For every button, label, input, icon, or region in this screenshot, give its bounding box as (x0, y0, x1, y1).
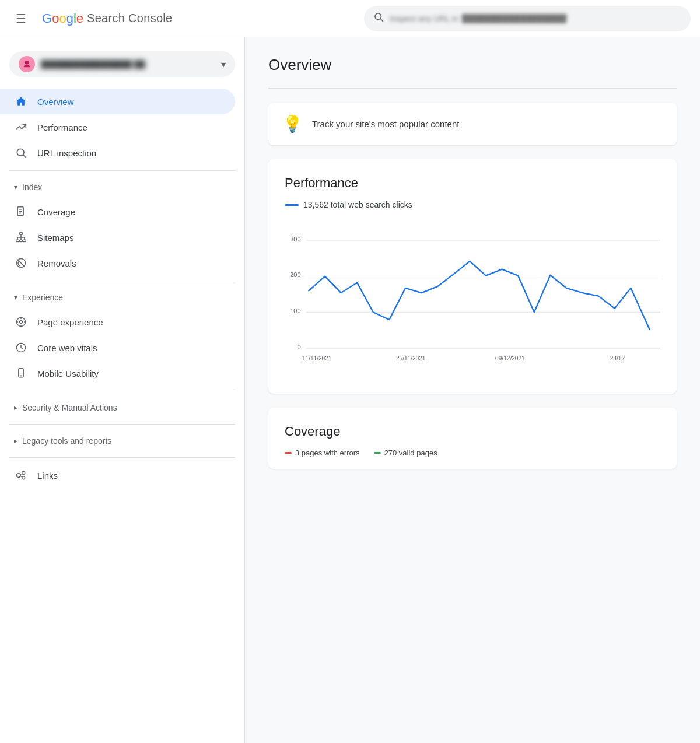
coverage-errors-legend: 3 pages with errors (285, 448, 360, 457)
site-selector[interactable]: █████████████████ ██ ▾ (9, 51, 235, 77)
svg-rect-9 (20, 233, 23, 234)
index-label: Index (22, 183, 42, 192)
sitemaps-icon (14, 232, 28, 243)
core-web-vitals-icon (14, 342, 28, 353)
divider-5 (9, 457, 235, 458)
sidebar-item-links[interactable]: Links (0, 462, 235, 488)
svg-rect-10 (16, 240, 19, 241)
search-icon (373, 12, 384, 25)
sidebar-item-page-experience[interactable]: Page experience (0, 309, 235, 335)
coverage-card-title: Coverage (285, 424, 660, 439)
coverage-legend: 3 pages with errors 270 valid pages (285, 448, 660, 457)
performance-card: Performance 13,562 total web search clic… (268, 159, 677, 394)
index-section-header[interactable]: ▾ Index (0, 176, 244, 199)
chevron-right-icon-sec: ▸ (14, 404, 18, 412)
logo-g: G (42, 11, 52, 26)
security-section-header[interactable]: ▸ Security & Manual Actions (0, 396, 244, 419)
logo-o1: o (52, 11, 59, 26)
page-experience-label: Page experience (37, 317, 103, 327)
trending-up-icon (14, 121, 28, 133)
svg-line-1 (380, 19, 383, 21)
svg-text:11/11/2021: 11/11/2021 (302, 355, 332, 362)
svg-text:0: 0 (297, 344, 300, 351)
svg-point-2 (25, 61, 29, 65)
svg-text:100: 100 (290, 307, 300, 314)
mobile-usability-label: Mobile Usability (37, 369, 99, 378)
svg-line-33 (20, 476, 22, 477)
main-layout: █████████████████ ██ ▾ Overview Performa… (0, 37, 700, 743)
performance-card-title: Performance (285, 176, 660, 191)
hamburger-icon: ☰ (16, 12, 26, 26)
svg-point-31 (22, 476, 25, 479)
url-search-bar[interactable] (364, 6, 691, 31)
performance-clicks-label: 13,562 total web search clicks (303, 200, 412, 209)
sidebar: █████████████████ ██ ▾ Overview Performa… (0, 37, 245, 743)
legend-line (285, 204, 299, 206)
svg-line-32 (20, 474, 22, 474)
divider-2 (9, 281, 235, 281)
home-icon (14, 96, 28, 107)
logo-g2: g (66, 11, 74, 26)
svg-text:200: 200 (290, 271, 300, 278)
url-inspection-label: URL inspection (37, 148, 96, 158)
valid-dot (374, 452, 381, 454)
divider-3 (9, 391, 235, 391)
sidebar-item-performance[interactable]: Performance (0, 114, 235, 140)
experience-section-header[interactable]: ▾ Experience (0, 286, 244, 309)
experience-label: Experience (22, 293, 63, 302)
page-experience-icon (14, 316, 28, 328)
svg-rect-12 (23, 240, 26, 241)
divider-4 (9, 424, 235, 425)
svg-text:09/12/2021: 09/12/2021 (495, 355, 525, 362)
url-search-input[interactable] (390, 14, 681, 23)
removals-icon (14, 257, 28, 269)
core-web-vitals-label: Core web vitals (37, 343, 97, 353)
main-content: Overview 💡 Track your site's most popula… (245, 37, 700, 743)
legacy-label: Legacy tools and reports (22, 436, 111, 446)
sidebar-item-coverage[interactable]: Coverage (0, 199, 235, 225)
svg-rect-11 (20, 240, 23, 241)
links-label: Links (37, 471, 58, 481)
svg-text:25/11/2021: 25/11/2021 (396, 355, 426, 362)
menu-button[interactable]: ☰ (9, 7, 33, 30)
product-name: Search Console (87, 12, 173, 25)
coverage-icon (14, 206, 28, 218)
chevron-down-icon-exp: ▾ (14, 293, 18, 302)
valid-label: 270 valid pages (384, 448, 438, 457)
performance-label: Performance (37, 122, 88, 132)
svg-point-29 (17, 474, 21, 478)
errors-label: 3 pages with errors (295, 448, 360, 457)
svg-point-30 (22, 471, 25, 474)
logo-e: e (76, 11, 83, 26)
chevron-right-icon-leg: ▸ (14, 437, 18, 445)
sidebar-item-removals[interactable]: Removals (0, 250, 235, 276)
overview-label: Overview (37, 97, 74, 107)
page-title: Overview (268, 56, 677, 74)
lightbulb-icon: 💡 (282, 114, 303, 134)
tip-text: Track your site's most popular content (312, 119, 459, 129)
mobile-icon (14, 367, 28, 379)
svg-text:23/12: 23/12 (610, 355, 625, 362)
avatar (19, 56, 35, 72)
legacy-section-header[interactable]: ▸ Legacy tools and reports (0, 429, 244, 453)
sidebar-item-url-inspection[interactable]: URL inspection (0, 140, 235, 166)
sidebar-item-overview[interactable]: Overview (0, 89, 235, 114)
url-search-icon (14, 147, 28, 159)
coverage-valid-legend: 270 valid pages (374, 448, 438, 457)
coverage-card: Coverage 3 pages with errors 270 valid p… (268, 408, 677, 469)
sidebar-item-core-web-vitals[interactable]: Core web vitals (0, 335, 235, 360)
performance-chart: 300 200 100 0 11/11/2021 25/11/2021 09 (285, 219, 660, 382)
tip-card: 💡 Track your site's most popular content (268, 103, 677, 145)
sidebar-item-mobile-usability[interactable]: Mobile Usability (0, 360, 235, 386)
sidebar-item-sitemaps[interactable]: Sitemaps (0, 225, 235, 250)
svg-point-21 (20, 321, 23, 324)
logo: Google Search Console (42, 11, 173, 26)
chevron-down-icon: ▾ (221, 59, 226, 70)
chart-svg: 300 200 100 0 11/11/2021 25/11/2021 09 (285, 219, 660, 382)
title-divider (268, 88, 677, 89)
error-dot (285, 452, 292, 454)
header: ☰ Google Search Console (0, 0, 700, 37)
chevron-down-icon: ▾ (14, 183, 18, 191)
performance-legend: 13,562 total web search clicks (285, 200, 660, 209)
removals-label: Removals (37, 258, 76, 268)
